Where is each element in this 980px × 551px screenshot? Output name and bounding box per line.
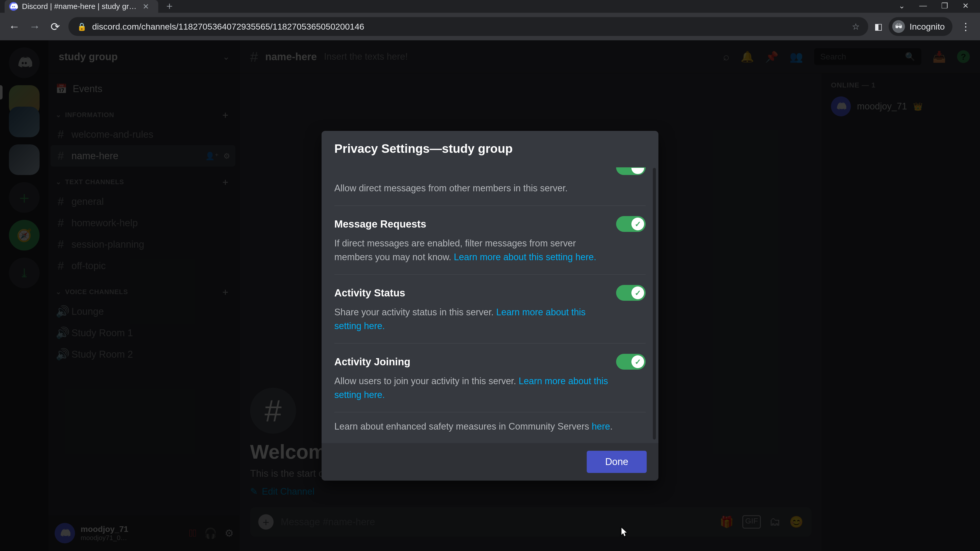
nav-reload-icon[interactable]: ⟳ [48,20,62,33]
browser-toolbar: ← → ⟳ 🔒 discord.com/channels/11827053640… [0,13,980,40]
setting-description: If direct messages are enabled, filter m… [334,237,610,264]
setting-activity-status: Activity Status ✓ Share your activity st… [334,274,646,343]
incognito-indicator[interactable]: 🕶 Incognito [889,17,953,36]
setting-description: Allow users to join your activity in thi… [334,374,610,402]
modal-footer-note: Learn about enhanced safety measures in … [334,412,646,443]
learn-more-link[interactable]: Learn more about this setting here. [454,252,596,262]
caret-down-icon[interactable]: ⌄ [899,1,905,10]
window-restore-icon[interactable]: ❐ [941,1,948,10]
toggle-direct-messages[interactable] [616,167,646,175]
modal-header: Privacy Settings—study group [321,131,659,164]
window-close-icon[interactable]: ✕ [963,1,969,10]
new-tab-button[interactable]: ＋ [158,0,181,13]
setting-description: Allow direct messages from other members… [334,181,610,195]
bookmark-star-icon[interactable]: ☆ [852,21,859,32]
lock-icon: 🔒 [77,22,86,31]
toggle-message-requests[interactable]: ✓ [616,216,646,232]
setting-message-requests: Message Requests ✓ If direct messages ar… [334,205,646,274]
browser-titlebar: Discord | #name-here | study gr… ✕ ＋ ⌄ —… [0,0,980,13]
window-minimize-icon[interactable]: — [919,1,927,10]
modal-title: Privacy Settings—study group [334,141,646,156]
incognito-icon: 🕶 [892,20,905,33]
tab-strip: Discord | #name-here | study gr… ✕ ＋ [0,0,899,13]
address-bar[interactable]: 🔒 discord.com/channels/11827053640729355… [68,17,868,36]
nav-forward-icon[interactable]: → [27,20,42,33]
setting-activity-joining: Activity Joining ✓ Allow users to join y… [334,343,646,412]
community-servers-link[interactable]: here [592,421,610,432]
setting-title: Activity Joining [334,356,410,368]
toggle-activity-status[interactable]: ✓ [616,285,646,301]
setting-title: Message Requests [334,218,426,230]
browser-tab-active[interactable]: Discord | #name-here | study gr… ✕ [5,0,158,13]
done-button[interactable]: Done [587,451,647,473]
discord-favicon [9,2,18,11]
privacy-settings-modal: Privacy Settings—study group Direct Mess… [321,131,659,481]
setting-direct-messages: Direct Messages Allow direct messages fr… [334,164,646,205]
setting-description: Share your activity status in this serve… [334,305,610,333]
browser-menu-icon[interactable]: ⋮ [959,21,973,32]
toggle-activity-joining[interactable]: ✓ [616,354,646,370]
tab-title: Discord | #name-here | study gr… [22,2,137,11]
setting-title: Activity Status [334,287,405,299]
modal-footer: Done [321,443,659,481]
extensions-icon[interactable]: ◧ [874,21,883,32]
tab-close-icon[interactable]: ✕ [141,1,151,12]
modal-body[interactable]: Direct Messages Allow direct messages fr… [321,164,659,443]
incognito-label: Incognito [910,22,945,32]
nav-back-icon[interactable]: ← [7,20,21,33]
discord-app: ＋ 🧭 ⤓ study group ⌄ 📅 Events ⌄ INFORMATI… [0,40,980,551]
url-text: discord.com/channels/1182705364072935565… [92,22,364,32]
window-controls: ⌄ — ❐ ✕ [899,1,980,13]
